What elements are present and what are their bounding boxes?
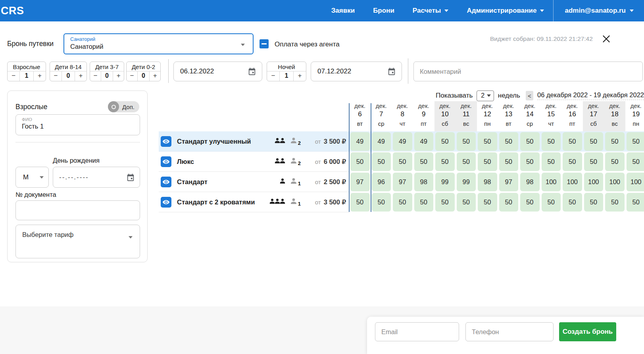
close-icon[interactable] [601,33,613,45]
availability-cell[interactable]: 100 [584,173,604,191]
availability-cell[interactable]: 99 [435,173,455,191]
availability-cell[interactable]: 50 [584,152,604,171]
calendar-day-header[interactable]: дек.11вс [456,101,477,131]
availability-cell[interactable]: 50 [627,193,644,212]
eye-icon[interactable] [161,177,171,187]
document-number-input[interactable] [15,200,140,220]
phone-input[interactable] [465,322,554,341]
calendar-day-header[interactable]: дек.15чт [540,101,562,131]
availability-cell[interactable]: 50 [350,152,370,171]
availability-cell[interactable]: 50 [372,193,391,212]
availability-cell[interactable]: 98 [478,173,497,191]
availability-cell[interactable]: 50 [393,152,412,171]
availability-cell[interactable]: 50 [372,152,391,171]
availability-cell[interactable]: 99 [457,173,476,191]
availability-cell[interactable]: 50 [457,132,476,151]
gender-select[interactable]: М [15,167,49,188]
extra-guest-toggle[interactable]: Доп. [108,101,139,112]
availability-cell[interactable]: 50 [542,132,561,151]
counter-minus-button[interactable]: − [267,71,279,81]
availability-cell[interactable]: 49 [350,132,370,151]
eye-icon[interactable] [161,156,171,167]
availability-cell[interactable]: 97 [350,173,370,191]
calendar-day-header[interactable]: дек.16пт [562,101,583,131]
availability-cell[interactable]: 50 [563,152,582,171]
counter-plus-button[interactable]: + [113,71,124,81]
availability-cell[interactable]: 50 [520,132,540,151]
availability-cell[interactable]: 100 [605,173,625,191]
email-input[interactable] [375,322,459,341]
calendar-day-header[interactable]: дек.19пн [625,101,644,131]
tariff-select[interactable]: Выберите тариф [15,225,140,258]
nav-item-брони[interactable]: Брони [373,7,394,15]
availability-cell[interactable]: 50 [605,193,625,212]
checkin-date-picker[interactable]: 06.12.2022 [173,62,262,81]
weeks-count-select[interactable]: 2 [477,90,494,101]
availability-cell[interactable]: 49 [393,132,412,151]
calendar-day-header[interactable]: дек.8чт [392,101,413,131]
calendar-day-header[interactable]: дек.14ср [519,101,541,131]
availability-cell[interactable]: 50 [478,193,497,212]
availability-cell[interactable]: 50 [414,152,434,171]
availability-cell[interactable]: 50 [499,132,519,151]
app-logo[interactable]: CRS [1,5,24,17]
counter-plus-button[interactable]: + [34,71,46,81]
availability-cell[interactable]: 50 [605,152,625,171]
comment-input[interactable] [413,62,643,81]
hotel-select[interactable]: Санаторий Санаторий [63,33,254,54]
availability-cell[interactable]: 50 [457,152,476,171]
availability-cell[interactable]: 50 [478,132,497,151]
calendar-day-header[interactable]: дек.7ср [371,101,392,131]
availability-cell[interactable]: 96 [372,173,391,191]
availability-cell[interactable]: 50 [499,152,519,171]
availability-cell[interactable]: 50 [563,193,582,212]
availability-cell[interactable]: 50 [605,132,625,151]
eye-icon[interactable] [161,136,171,147]
availability-cell[interactable]: 50 [584,132,604,151]
availability-cell[interactable]: 50 [393,193,412,212]
availability-cell[interactable]: 97 [393,173,412,191]
availability-cell[interactable]: 49 [414,132,434,151]
counter-minus-button[interactable]: − [50,71,62,81]
create-booking-button[interactable]: Создать бронь [559,322,616,341]
nav-item-администрирование[interactable]: Администрирование [467,7,544,15]
availability-cell[interactable]: 50 [414,193,434,212]
counter-plus-button[interactable]: + [75,71,87,81]
nav-item-расчеты[interactable]: Расчеты [413,7,449,15]
calendar-day-header[interactable]: дек.9пт [413,101,434,131]
availability-cell[interactable]: 50 [435,132,455,151]
agent-payment-checkbox[interactable] [260,39,269,48]
availability-cell[interactable]: 50 [584,193,604,212]
availability-cell[interactable]: 49 [372,132,391,151]
account-menu[interactable]: admin@sanatop.ru [553,0,644,21]
availability-cell[interactable]: 50 [350,193,370,212]
calendar-day-header[interactable]: дек.12пн [477,101,498,131]
availability-cell[interactable]: 50 [457,193,476,212]
counter-minus-button[interactable]: − [127,71,137,81]
availability-cell[interactable]: 100 [542,173,561,191]
counter-plus-button[interactable]: + [150,71,160,81]
availability-cell[interactable]: 50 [435,152,455,171]
eye-icon[interactable] [161,197,171,208]
availability-cell[interactable]: 50 [627,152,644,171]
availability-cell[interactable]: 100 [563,173,582,191]
availability-cell[interactable]: 50 [520,152,540,171]
counter-minus-button[interactable]: − [8,71,19,81]
date-range-label[interactable]: 06 декабря 2022 - 19 декабря 2022 [537,91,644,100]
birthday-field[interactable] [53,167,140,188]
counter-plus-button[interactable]: + [294,71,306,81]
availability-cell[interactable]: 50 [627,132,644,151]
availability-cell[interactable]: 50 [542,152,561,171]
availability-cell[interactable]: 98 [520,173,540,191]
calendar-day-header[interactable]: дек.6вт [349,101,371,131]
calendar-day-header[interactable]: дек.13вт [498,101,519,131]
availability-cell[interactable]: 50 [478,152,497,171]
availability-cell[interactable]: 50 [520,193,540,212]
availability-cell[interactable]: 50 [435,193,455,212]
counter-minus-button[interactable]: − [90,71,101,81]
availability-cell[interactable]: 50 [542,193,561,212]
fio-field[interactable]: ФИО Гость 1 [15,114,140,135]
prev-period-button[interactable]: < [526,91,533,100]
calendar-day-header[interactable]: дек.10сб [434,101,456,131]
availability-cell[interactable]: 97 [499,173,519,191]
